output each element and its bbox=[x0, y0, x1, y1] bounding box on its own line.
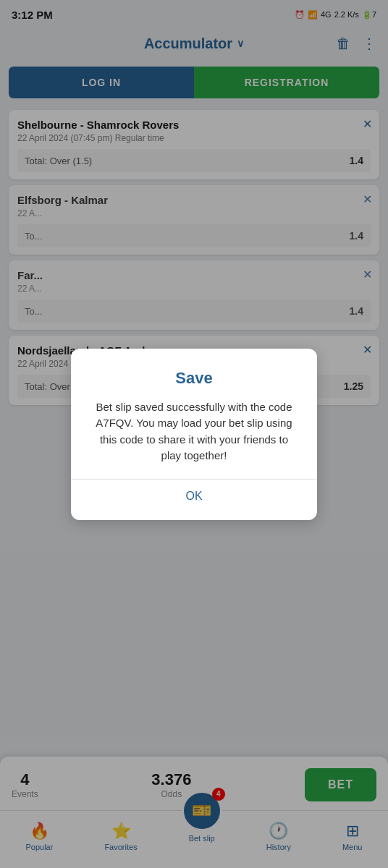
save-modal: Save Bet slip saved successfully with th… bbox=[71, 349, 317, 520]
modal-overlay: Save Bet slip saved successfully with th… bbox=[0, 0, 388, 868]
modal-title: Save bbox=[91, 369, 297, 388]
modal-ok-button[interactable]: OK bbox=[91, 480, 297, 506]
modal-message: Bet slip saved successfully with the cod… bbox=[91, 399, 297, 464]
